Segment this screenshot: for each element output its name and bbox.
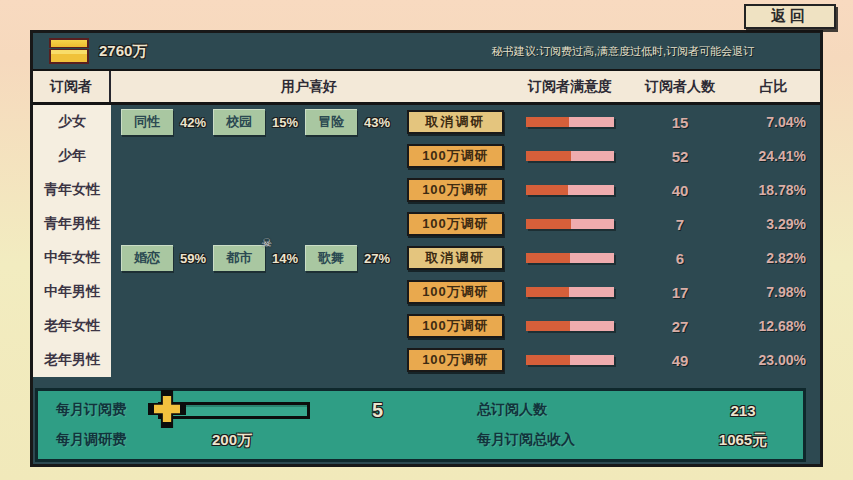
table-row: 老年女性 100万调研 27 12.68% (33, 309, 820, 343)
back-button[interactable]: 返回 (744, 4, 836, 29)
row-label: 少年 (33, 139, 111, 173)
subscriber-count: 15 (633, 114, 727, 131)
satisfaction-bar (526, 287, 614, 297)
preference-tag: 冒险 (305, 109, 357, 135)
preference-percent: 27% (357, 251, 397, 266)
total-subscribers-value: 213 (683, 402, 803, 419)
survey-button[interactable]: 100万调研 (407, 212, 504, 236)
fee-panel: 每月订阅费 5 每月调研费 200万 总订阅人数 213 每月订阅总 (35, 388, 806, 462)
monthly-fee-value: 5 (372, 399, 383, 422)
table-row: 少年 100万调研 52 24.41% (33, 139, 820, 173)
preference-percent: 14% (265, 251, 305, 266)
satisfaction-bar (526, 151, 614, 161)
subscriber-count: 7 (633, 216, 727, 233)
secretary-tip: 秘书建议:订阅费过高,满意度过低时,订阅者可能会退订 (492, 44, 754, 59)
subscriber-count: 49 (633, 352, 727, 369)
survey-cost-label: 每月调研费 (56, 431, 142, 449)
subscriber-share: 23.00% (727, 352, 820, 368)
satisfaction-bar (526, 185, 614, 195)
monthly-income-label: 每月订阅总收入 (477, 431, 627, 449)
preference-percent: 59% (173, 251, 213, 266)
table-row: 中年女性 婚恋 59% 都市 ☠ 14% 歌舞 27% 取消调研 6 2.82% (33, 241, 820, 275)
subscriber-share: 24.41% (727, 148, 820, 164)
preference-tag: 婚恋 (121, 245, 173, 271)
subscriber-share: 7.98% (727, 284, 820, 300)
cancel-survey-button[interactable]: 取消调研 (407, 110, 504, 134)
table-row: 青年男性 100万调研 7 3.29% (33, 207, 820, 241)
survey-cost-value: 200万 (190, 431, 274, 450)
subscriber-share: 2.82% (727, 250, 820, 266)
survey-button[interactable]: 100万调研 (407, 348, 504, 372)
money-amount: 2760万 (99, 42, 147, 61)
satisfaction-bar (526, 355, 614, 365)
preference-percent: 15% (265, 115, 305, 130)
preference-tag: 都市 (213, 245, 265, 271)
table-header: 订阅者 用户喜好 订阅者满意度 订阅者人数 占比 (33, 69, 820, 105)
table-row: 少女 同性 42% 校园 15% 冒险 43% 取消调研 15 7.04% (33, 105, 820, 139)
subscriber-count: 27 (633, 318, 727, 335)
row-label: 青年男性 (33, 207, 111, 241)
satisfaction-bar (526, 117, 614, 127)
preference-tag: 校园 (213, 109, 265, 135)
skull-icon: ☠ (261, 237, 272, 249)
satisfaction-bar (526, 321, 614, 331)
total-subscribers-label: 总订阅人数 (477, 401, 627, 419)
subscriber-count: 17 (633, 284, 727, 301)
fee-slider-handle[interactable] (148, 390, 186, 428)
money-icon (49, 38, 89, 64)
row-label: 老年男性 (33, 343, 111, 377)
subscriber-share: 3.29% (727, 216, 820, 232)
subscriber-count: 6 (633, 250, 727, 267)
preference-tag: 歌舞 (305, 245, 357, 271)
preference-tags: 同性 42% 校园 15% 冒险 43% (111, 109, 403, 135)
cancel-survey-button[interactable]: 取消调研 (407, 246, 504, 270)
satisfaction-bar (526, 253, 614, 263)
table-row: 老年男性 100万调研 49 23.00% (33, 343, 820, 377)
subscriber-share: 12.68% (727, 318, 820, 334)
subscriber-panel: 2760万 秘书建议:订阅费过高,满意度过低时,订阅者可能会退订 订阅者 用户喜… (30, 30, 823, 467)
row-label: 中年男性 (33, 275, 111, 309)
table-row: 青年女性 100万调研 40 18.78% (33, 173, 820, 207)
monthly-income-value: 1065元 (683, 431, 803, 450)
header-subscriber: 订阅者 (33, 71, 111, 102)
header-share: 占比 (727, 78, 820, 96)
survey-button[interactable]: 100万调研 (407, 144, 504, 168)
preference-tag: 同性 (121, 109, 173, 135)
satisfaction-bar (526, 219, 614, 229)
monthly-fee-label: 每月订阅费 (56, 401, 142, 419)
header-preferences: 用户喜好 (111, 78, 507, 96)
info-bar: 2760万 秘书建议:订阅费过高,满意度过低时,订阅者可能会退订 (33, 33, 820, 69)
row-label: 少女 (33, 105, 111, 139)
subscriber-share: 7.04% (727, 114, 820, 130)
fee-slider[interactable] (158, 402, 310, 419)
subscriber-share: 18.78% (727, 182, 820, 198)
table-row: 中年男性 100万调研 17 7.98% (33, 275, 820, 309)
header-satisfaction: 订阅者满意度 (507, 78, 633, 96)
row-label: 老年女性 (33, 309, 111, 343)
header-count: 订阅者人数 (633, 78, 727, 96)
preference-tags: 婚恋 59% 都市 ☠ 14% 歌舞 27% (111, 245, 403, 271)
table-body: 少女 同性 42% 校园 15% 冒险 43% 取消调研 15 7.04% 少年… (33, 105, 820, 377)
preference-percent: 42% (173, 115, 213, 130)
subscriber-count: 52 (633, 148, 727, 165)
row-label: 中年女性 (33, 241, 111, 275)
survey-button[interactable]: 100万调研 (407, 178, 504, 202)
subscriber-count: 40 (633, 182, 727, 199)
row-label: 青年女性 (33, 173, 111, 207)
survey-button[interactable]: 100万调研 (407, 314, 504, 338)
survey-button[interactable]: 100万调研 (407, 280, 504, 304)
preference-percent: 43% (357, 115, 397, 130)
